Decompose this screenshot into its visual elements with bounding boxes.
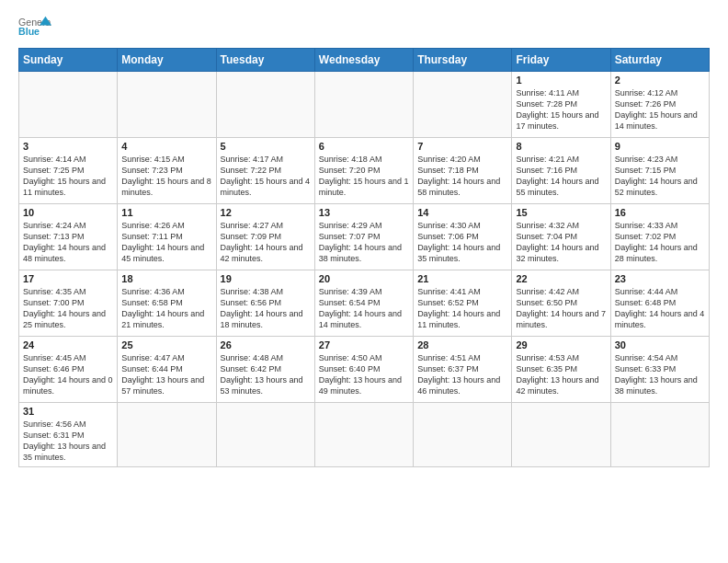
page: General Blue SundayMondayTuesdayWednesda… [0, 0, 728, 477]
day-number: 5 [221, 141, 311, 152]
weekday-header-tuesday: Tuesday [216, 49, 314, 72]
day-number: 25 [121, 339, 211, 350]
calendar-cell [414, 403, 512, 467]
day-number: 9 [615, 141, 705, 152]
day-number: 2 [615, 75, 705, 86]
day-info: Sunrise: 4:42 AM Sunset: 6:50 PM Dayligh… [516, 286, 606, 331]
calendar-cell: 16Sunrise: 4:33 AM Sunset: 7:02 PM Dayli… [610, 204, 709, 270]
day-info: Sunrise: 4:11 AM Sunset: 7:28 PM Dayligh… [516, 87, 606, 132]
day-number: 21 [417, 273, 507, 284]
calendar-cell: 6Sunrise: 4:18 AM Sunset: 7:20 PM Daylig… [314, 138, 413, 204]
calendar-table: SundayMondayTuesdayWednesdayThursdayFrid… [18, 48, 710, 467]
header: General Blue [18, 15, 710, 40]
calendar-cell: 1Sunrise: 4:11 AM Sunset: 7:28 PM Daylig… [512, 72, 610, 138]
calendar-cell [19, 72, 118, 138]
calendar-week-row: 31Sunrise: 4:56 AM Sunset: 6:31 PM Dayli… [19, 403, 710, 467]
day-info: Sunrise: 4:47 AM Sunset: 6:44 PM Dayligh… [121, 352, 211, 397]
weekday-header-thursday: Thursday [414, 49, 512, 72]
day-info: Sunrise: 4:45 AM Sunset: 6:46 PM Dayligh… [23, 352, 113, 397]
calendar-cell: 31Sunrise: 4:56 AM Sunset: 6:31 PM Dayli… [19, 403, 118, 467]
day-info: Sunrise: 4:27 AM Sunset: 7:09 PM Dayligh… [221, 220, 311, 265]
day-info: Sunrise: 4:20 AM Sunset: 7:18 PM Dayligh… [417, 154, 507, 199]
day-info: Sunrise: 4:32 AM Sunset: 7:04 PM Dayligh… [516, 220, 606, 265]
day-info: Sunrise: 4:26 AM Sunset: 7:11 PM Dayligh… [121, 220, 211, 265]
day-info: Sunrise: 4:51 AM Sunset: 6:37 PM Dayligh… [417, 352, 507, 397]
calendar-cell [216, 72, 314, 138]
day-number: 14 [417, 207, 507, 218]
calendar-week-row: 10Sunrise: 4:24 AM Sunset: 7:13 PM Dayli… [19, 204, 710, 270]
calendar-cell: 27Sunrise: 4:50 AM Sunset: 6:40 PM Dayli… [314, 337, 413, 403]
calendar-cell [118, 72, 216, 138]
calendar-cell: 18Sunrise: 4:36 AM Sunset: 6:58 PM Dayli… [118, 270, 216, 337]
calendar-cell: 3Sunrise: 4:14 AM Sunset: 7:25 PM Daylig… [19, 138, 118, 204]
calendar-cell: 12Sunrise: 4:27 AM Sunset: 7:09 PM Dayli… [216, 204, 314, 270]
calendar-cell: 13Sunrise: 4:29 AM Sunset: 7:07 PM Dayli… [314, 204, 413, 270]
day-number: 15 [516, 207, 606, 218]
day-info: Sunrise: 4:56 AM Sunset: 6:31 PM Dayligh… [23, 419, 113, 464]
day-number: 7 [417, 141, 507, 152]
day-number: 30 [615, 339, 705, 350]
calendar-cell: 17Sunrise: 4:35 AM Sunset: 7:00 PM Dayli… [19, 270, 118, 337]
calendar-cell: 8Sunrise: 4:21 AM Sunset: 7:16 PM Daylig… [512, 138, 610, 204]
calendar-cell: 7Sunrise: 4:20 AM Sunset: 7:18 PM Daylig… [414, 138, 512, 204]
day-number: 17 [23, 273, 113, 284]
calendar-cell: 5Sunrise: 4:17 AM Sunset: 7:22 PM Daylig… [216, 138, 314, 204]
day-info: Sunrise: 4:50 AM Sunset: 6:40 PM Dayligh… [319, 352, 409, 397]
day-info: Sunrise: 4:17 AM Sunset: 7:22 PM Dayligh… [221, 154, 311, 199]
calendar-cell: 22Sunrise: 4:42 AM Sunset: 6:50 PM Dayli… [512, 270, 610, 337]
calendar-cell: 29Sunrise: 4:53 AM Sunset: 6:35 PM Dayli… [512, 337, 610, 403]
calendar-cell: 15Sunrise: 4:32 AM Sunset: 7:04 PM Dayli… [512, 204, 610, 270]
day-info: Sunrise: 4:29 AM Sunset: 7:07 PM Dayligh… [319, 220, 409, 265]
weekday-header-saturday: Saturday [610, 49, 709, 72]
day-info: Sunrise: 4:48 AM Sunset: 6:42 PM Dayligh… [221, 352, 311, 397]
svg-text:Blue: Blue [18, 26, 40, 37]
calendar-cell: 24Sunrise: 4:45 AM Sunset: 6:46 PM Dayli… [19, 337, 118, 403]
day-number: 19 [221, 273, 311, 284]
calendar-cell: 23Sunrise: 4:44 AM Sunset: 6:48 PM Dayli… [610, 270, 709, 337]
calendar-week-row: 1Sunrise: 4:11 AM Sunset: 7:28 PM Daylig… [19, 72, 710, 138]
day-number: 3 [23, 141, 113, 152]
day-info: Sunrise: 4:12 AM Sunset: 7:26 PM Dayligh… [615, 87, 705, 132]
calendar-cell: 28Sunrise: 4:51 AM Sunset: 6:37 PM Dayli… [414, 337, 512, 403]
day-info: Sunrise: 4:24 AM Sunset: 7:13 PM Dayligh… [23, 220, 113, 265]
day-info: Sunrise: 4:54 AM Sunset: 6:33 PM Dayligh… [615, 352, 705, 397]
calendar-cell [216, 403, 314, 467]
calendar-cell: 11Sunrise: 4:26 AM Sunset: 7:11 PM Dayli… [118, 204, 216, 270]
calendar-cell: 26Sunrise: 4:48 AM Sunset: 6:42 PM Dayli… [216, 337, 314, 403]
calendar-week-row: 24Sunrise: 4:45 AM Sunset: 6:46 PM Dayli… [19, 337, 710, 403]
calendar-week-row: 17Sunrise: 4:35 AM Sunset: 7:00 PM Dayli… [19, 270, 710, 337]
day-info: Sunrise: 4:41 AM Sunset: 6:52 PM Dayligh… [417, 286, 507, 331]
calendar-cell: 4Sunrise: 4:15 AM Sunset: 7:23 PM Daylig… [118, 138, 216, 204]
day-number: 6 [319, 141, 409, 152]
day-info: Sunrise: 4:15 AM Sunset: 7:23 PM Dayligh… [121, 154, 211, 199]
day-number: 4 [121, 141, 211, 152]
calendar-cell: 14Sunrise: 4:30 AM Sunset: 7:06 PM Dayli… [414, 204, 512, 270]
day-number: 1 [516, 75, 606, 86]
weekday-header-row: SundayMondayTuesdayWednesdayThursdayFrid… [19, 49, 710, 72]
calendar-cell: 10Sunrise: 4:24 AM Sunset: 7:13 PM Dayli… [19, 204, 118, 270]
day-info: Sunrise: 4:33 AM Sunset: 7:02 PM Dayligh… [615, 220, 705, 265]
weekday-header-sunday: Sunday [19, 49, 118, 72]
day-number: 16 [615, 207, 705, 218]
calendar-cell [414, 72, 512, 138]
calendar-cell [610, 403, 709, 467]
day-info: Sunrise: 4:35 AM Sunset: 7:00 PM Dayligh… [23, 286, 113, 331]
day-info: Sunrise: 4:44 AM Sunset: 6:48 PM Dayligh… [615, 286, 705, 331]
day-number: 22 [516, 273, 606, 284]
day-info: Sunrise: 4:53 AM Sunset: 6:35 PM Dayligh… [516, 352, 606, 397]
day-number: 24 [23, 339, 113, 350]
day-info: Sunrise: 4:39 AM Sunset: 6:54 PM Dayligh… [319, 286, 409, 331]
calendar-cell: 21Sunrise: 4:41 AM Sunset: 6:52 PM Dayli… [414, 270, 512, 337]
day-number: 27 [319, 339, 409, 350]
calendar-cell: 2Sunrise: 4:12 AM Sunset: 7:26 PM Daylig… [610, 72, 709, 138]
calendar-cell [314, 72, 413, 138]
weekday-header-wednesday: Wednesday [314, 49, 413, 72]
day-info: Sunrise: 4:38 AM Sunset: 6:56 PM Dayligh… [221, 286, 311, 331]
day-info: Sunrise: 4:30 AM Sunset: 7:06 PM Dayligh… [417, 220, 507, 265]
day-number: 13 [319, 207, 409, 218]
day-number: 18 [121, 273, 211, 284]
day-number: 8 [516, 141, 606, 152]
calendar-cell [118, 403, 216, 467]
day-info: Sunrise: 4:21 AM Sunset: 7:16 PM Dayligh… [516, 154, 606, 199]
weekday-header-friday: Friday [512, 49, 610, 72]
